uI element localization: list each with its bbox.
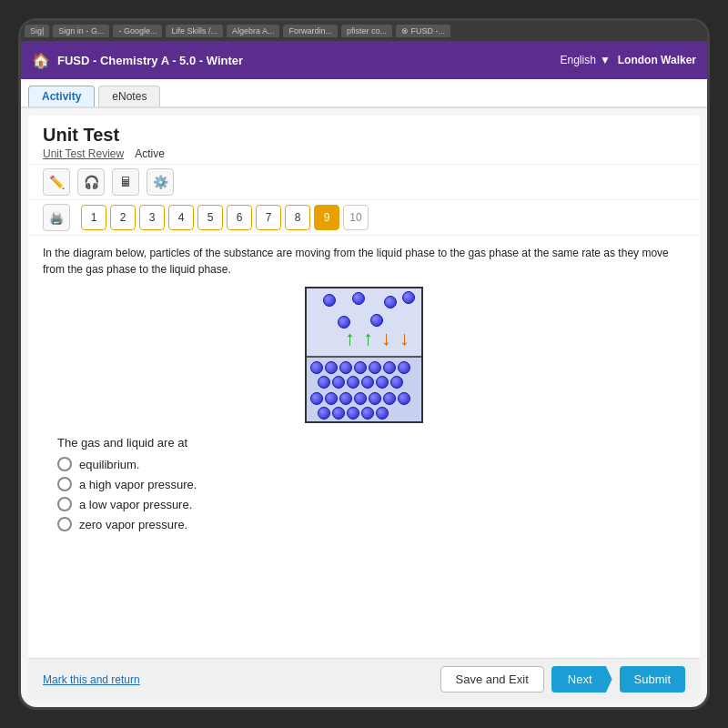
audio-tool-button[interactable]: 🎧: [77, 168, 105, 196]
liq-particle-7: [398, 361, 410, 374]
calculator-tool-button[interactable]: 🖩: [112, 168, 139, 196]
bottom-bar: Mark this and return Save and Exit Next …: [28, 658, 700, 700]
browser-tab-2[interactable]: Sign in - G...: [53, 25, 109, 37]
mark-return-link[interactable]: Mark this and return: [43, 673, 140, 686]
question-number-6[interactable]: 6: [227, 205, 252, 230]
answer-label-b: a high vapor pressure.: [79, 478, 197, 491]
test-subtitle-row: Unit Test Review Active: [43, 147, 685, 160]
answer-prompt: The gas and liquid are at: [57, 436, 671, 450]
question-number-2[interactable]: 2: [110, 205, 136, 230]
radio-a[interactable]: [57, 457, 72, 471]
toolbar: ✏️ 🎧 🖩 ⚙️: [28, 165, 700, 200]
pencil-tool-button[interactable]: ✏️: [43, 168, 70, 196]
question-number-10[interactable]: 10: [343, 205, 369, 230]
answer-section: The gas and liquid are at equilibrium. a…: [43, 436, 685, 544]
submit-button[interactable]: Submit: [620, 666, 685, 693]
liq-particle-23: [347, 407, 359, 420]
browser-tab-7[interactable]: pfister co...: [341, 25, 392, 37]
next-button[interactable]: Next: [551, 666, 612, 693]
print-button[interactable]: 🖨️: [43, 204, 70, 231]
bottom-buttons: Save and Exit Next Submit: [440, 666, 685, 693]
answer-option-b[interactable]: a high vapor pressure.: [57, 477, 671, 491]
liq-particle-14: [310, 392, 323, 405]
gas-particle-4: [402, 291, 415, 304]
liq-particle-16: [339, 392, 352, 405]
liq-particle-18: [369, 392, 381, 405]
arrow-up-1: ↑: [345, 327, 355, 350]
question-number-7[interactable]: 7: [256, 205, 281, 230]
app-title: FUSD - Chemistry A - 5.0 - Winter: [57, 54, 243, 67]
test-title: Unit Test: [43, 125, 685, 146]
liq-particle-3: [339, 361, 352, 374]
test-status: Active: [135, 147, 165, 160]
chevron-down-icon: ▼: [600, 54, 611, 66]
tab-activity[interactable]: Activity: [28, 86, 95, 106]
liq-particle-12: [376, 376, 389, 389]
liquid-phase: [307, 356, 421, 421]
liq-particle-22: [332, 407, 345, 420]
app-header-left: 🏠 FUSD - Chemistry A - 5.0 - Winter: [32, 52, 243, 69]
answer-option-d[interactable]: zero vapor pressure.: [57, 517, 671, 531]
browser-tab-6[interactable]: Forwardin...: [283, 25, 338, 37]
liq-particle-17: [354, 392, 367, 405]
answer-label-d: zero vapor pressure.: [79, 518, 187, 531]
question-number-4[interactable]: 4: [168, 205, 194, 230]
liq-particle-11: [361, 376, 374, 389]
diagram-container: ↑ ↑ ↓ ↓: [43, 287, 685, 423]
app-header: 🏠 FUSD - Chemistry A - 5.0 - Winter Engl…: [21, 41, 707, 79]
answer-option-c[interactable]: a low vapor pressure.: [57, 497, 671, 511]
question-number-5[interactable]: 5: [197, 205, 223, 230]
answer-label-a: equilibrium.: [79, 458, 139, 471]
test-subtitle-link[interactable]: Unit Test Review: [43, 147, 124, 160]
question-nav: 🖨️ 1 2 3 4 5 6 7 8 9 10: [28, 200, 700, 236]
liq-particle-25: [376, 407, 389, 420]
nav-tabs: Activity eNotes: [21, 79, 707, 108]
app-header-right: English ▼ London Walker: [561, 54, 696, 66]
question-number-8[interactable]: 8: [285, 205, 310, 230]
liq-particle-6: [383, 361, 396, 374]
language-selector[interactable]: English ▼: [561, 54, 611, 66]
save-exit-button[interactable]: Save and Exit: [440, 666, 544, 693]
gas-particle-6: [370, 314, 383, 327]
liq-particle-1: [310, 361, 323, 374]
gas-particle-3: [384, 296, 397, 308]
browser-tab-4[interactable]: Life Skills /...: [166, 25, 223, 37]
question-number-3[interactable]: 3: [139, 205, 165, 230]
radio-b[interactable]: [57, 477, 72, 491]
browser-tab-8[interactable]: ⊗ FUSD -...: [396, 25, 450, 37]
gas-particle-2: [352, 292, 365, 305]
answer-label-c: a low vapor pressure.: [79, 498, 192, 511]
browser-tab-1[interactable]: Sig|: [25, 25, 49, 37]
gas-phase: ↑ ↑ ↓ ↓: [307, 288, 421, 359]
liq-particle-9: [332, 376, 345, 389]
liq-particle-4: [354, 361, 367, 374]
liq-particle-19: [383, 392, 396, 405]
liq-particle-21: [318, 407, 330, 420]
device-frame: Sig| Sign in - G... - Google... Life Ski…: [18, 18, 710, 710]
content-area: Unit Test Unit Test Review Active ✏️ 🎧 🖩…: [28, 116, 700, 700]
question-number-1[interactable]: 1: [81, 205, 106, 230]
arrow-down-1: ↓: [381, 327, 391, 350]
question-body: In the diagram below, particles of the s…: [28, 236, 700, 658]
tab-enotes[interactable]: eNotes: [98, 86, 160, 106]
gas-particle-1: [323, 294, 336, 307]
liq-particle-24: [361, 407, 374, 420]
browser-tab-5[interactable]: Algebra A...: [227, 25, 280, 37]
arrow-down-2: ↓: [399, 327, 410, 350]
answer-option-a[interactable]: equilibrium.: [57, 457, 671, 471]
liq-particle-15: [325, 392, 338, 405]
arrow-up-2: ↑: [363, 327, 373, 350]
main-content: Unit Test Unit Test Review Active ✏️ 🎧 🖩…: [21, 108, 707, 707]
question-number-9[interactable]: 9: [314, 205, 339, 230]
home-icon[interactable]: 🏠: [32, 52, 50, 69]
liq-particle-13: [390, 376, 403, 389]
radio-d[interactable]: [57, 517, 72, 531]
liq-particle-10: [347, 376, 359, 389]
browser-tab-3[interactable]: - Google...: [113, 25, 162, 37]
liq-particle-2: [325, 361, 338, 374]
browser-tabs: Sig| Sign in - G... - Google... Life Ski…: [21, 21, 707, 41]
radio-c[interactable]: [57, 497, 72, 511]
liq-particle-20: [398, 392, 410, 405]
settings-tool-button[interactable]: ⚙️: [147, 168, 174, 196]
question-text: In the diagram below, particles of the s…: [43, 245, 685, 278]
